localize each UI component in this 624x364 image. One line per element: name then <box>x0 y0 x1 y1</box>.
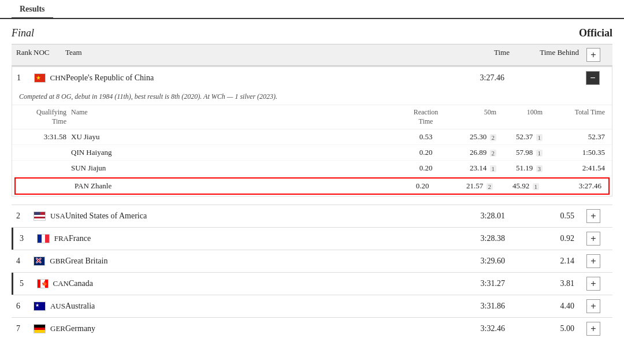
sw2-total: 2:41.54 <box>547 164 605 173</box>
badge-sw3-50m: 2 <box>486 183 493 190</box>
official-label: Official <box>579 27 612 39</box>
badge-sw0-100m: 1 <box>536 134 543 141</box>
flag-ger <box>34 324 46 333</box>
sw3-100m: 45.92 1 <box>497 181 544 191</box>
team-timebehind-aus: 4.40 <box>510 302 579 311</box>
sw2-100m: 51.19 3 <box>501 164 547 173</box>
rank-4: 4 <box>16 257 34 266</box>
dh-50m: 50m <box>455 108 501 126</box>
team-row-can: 5 CAN Canada 3:31.27 3.81 + <box>12 272 612 295</box>
sw2-name: SUN Jiajun <box>71 164 397 173</box>
header-team: Team <box>65 48 440 62</box>
team-time-can: 3:31.27 <box>440 279 510 288</box>
sw0-qualifying: 3:31.58 <box>19 132 71 142</box>
team-note-chn: Competed at 8 OG, debut in 1984 (11th), … <box>12 89 612 105</box>
team-timebehind-can: 3.81 <box>510 279 579 288</box>
header-timebehind: Time Behind <box>510 48 579 62</box>
expand-aus[interactable]: + <box>579 299 608 313</box>
team-name-gbr: Great Britain <box>65 257 440 266</box>
badge-sw2-100m: 3 <box>536 165 543 172</box>
expand-ger[interactable]: + <box>579 322 608 336</box>
expand-button-aus[interactable]: + <box>586 299 600 313</box>
flag-fra <box>37 234 50 243</box>
expand-button-fra[interactable]: + <box>586 232 600 246</box>
dh-total-time: Total Time <box>547 108 605 126</box>
page-content: Final Official Rank NOC Team Time Time B… <box>0 19 624 351</box>
sw3-name: PAN Zhanle <box>75 181 393 191</box>
sw0-name: XU Jiayu <box>71 132 397 142</box>
swimmer-row-1: QIN Haiyang 0.20 26.89 2 57.98 1 1:50.35 <box>12 145 612 161</box>
rank-2: 2 <box>16 211 34 221</box>
badge-sw1-50m: 2 <box>490 150 497 157</box>
sw0-100m: 52.37 1 <box>501 132 547 142</box>
sw2-reaction: 0.20 <box>397 164 455 173</box>
team-time-gbr: 3:29.60 <box>440 257 510 266</box>
team-name-fra: France <box>69 234 440 243</box>
expand-usa[interactable]: + <box>579 209 608 223</box>
team-time-usa: 3:28.01 <box>440 211 510 221</box>
dh-100m: 100m <box>501 108 547 126</box>
dh-reaction-time: ReactionTime <box>397 108 455 126</box>
badge-sw1-100m: 1 <box>536 150 543 157</box>
swimmer-row-3: PAN Zhanle 0.20 21.57 2 45.92 1 3:27.46 <box>14 177 610 195</box>
expand-gbr[interactable]: + <box>579 254 608 268</box>
noc-chn: CHN <box>34 73 66 83</box>
expand-fra[interactable]: + <box>579 232 608 246</box>
noc-usa: USA <box>34 211 65 221</box>
sw0-50m: 25.30 2 <box>455 132 501 142</box>
badge-sw0-50m: 2 <box>490 134 497 141</box>
rank-7: 7 <box>16 324 34 333</box>
sw3-50m: 21.57 2 <box>451 181 497 191</box>
team-name-aus: Australia <box>65 302 440 311</box>
header-plus: + <box>579 48 608 62</box>
collapse-button-chn[interactable]: − <box>586 71 600 85</box>
rank-5: 5 <box>20 279 37 288</box>
sw1-50m: 26.89 2 <box>455 148 501 157</box>
dh-name: Name <box>71 108 397 126</box>
sw3-reaction: 0.20 <box>393 181 451 191</box>
global-expand-button[interactable]: + <box>586 48 600 62</box>
rank-6: 6 <box>16 302 34 311</box>
team-time-chn: 3:27.46 <box>440 73 509 83</box>
team-row-aus: 6 AUS Australia 3:31.86 4.40 + <box>12 295 612 317</box>
team-time-fra: 3:28.38 <box>440 234 510 243</box>
noc-ger: GER <box>34 324 65 333</box>
team-row-fra: 3 FRA France 3:28.38 0.92 + <box>12 227 612 250</box>
detail-header-chn: QualifyingTime Name ReactionTime 50m 100… <box>12 105 612 129</box>
expand-button-usa[interactable]: + <box>586 209 600 223</box>
badge-sw3-100m: 1 <box>533 183 540 190</box>
team-timebehind-usa: 0.55 <box>510 211 579 221</box>
header-noc: NOC <box>34 48 65 62</box>
team-time-aus: 3:31.86 <box>440 302 510 311</box>
sw3-total: 3:27.46 <box>544 181 601 191</box>
tabs-bar: Results <box>0 0 624 19</box>
sw0-total: 52.37 <box>547 132 605 142</box>
swimmer-row-0: 3:31.58 XU Jiayu 0.53 25.30 2 52.37 1 52… <box>12 129 612 145</box>
team-main-row-chn: 1 CHN People's Republic of China 3:27.46… <box>12 66 612 89</box>
noc-fra: FRA <box>37 234 69 243</box>
sw0-reaction: 0.53 <box>397 132 455 142</box>
expand-can[interactable]: + <box>579 277 608 291</box>
sw1-name: QIN Haiyang <box>71 148 397 157</box>
section-title: Final <box>12 27 34 39</box>
expand-button-can[interactable]: + <box>586 277 600 291</box>
sw2-50m: 23.14 1 <box>455 164 501 173</box>
flag-can <box>37 279 49 288</box>
swimmer-row-2: SUN Jiajun 0.20 23.14 1 51.19 3 2:41.54 <box>12 161 612 176</box>
expand-button-ger[interactable]: + <box>586 322 600 336</box>
sw1-total: 1:50.35 <box>547 148 605 157</box>
header-rank: Rank <box>16 48 34 62</box>
team-timebehind-fra: 0.92 <box>510 234 579 243</box>
sw1-reaction: 0.20 <box>397 148 455 157</box>
team-name-ger: Germany <box>65 324 440 333</box>
tab-results[interactable]: Results <box>12 0 53 19</box>
table-header: Rank NOC Team Time Time Behind + <box>12 44 612 66</box>
section-header: Final Official <box>12 19 612 44</box>
sw1-100m: 57.98 1 <box>501 148 547 157</box>
team-name-chn: People's Republic of China <box>66 73 440 83</box>
team-row-ger: 7 GER Germany 3:32.46 5.00 + <box>12 317 612 340</box>
collapse-chn[interactable]: − <box>578 71 607 85</box>
flag-usa <box>34 211 46 221</box>
header-time: Time <box>440 48 510 62</box>
expand-button-gbr[interactable]: + <box>586 254 600 268</box>
